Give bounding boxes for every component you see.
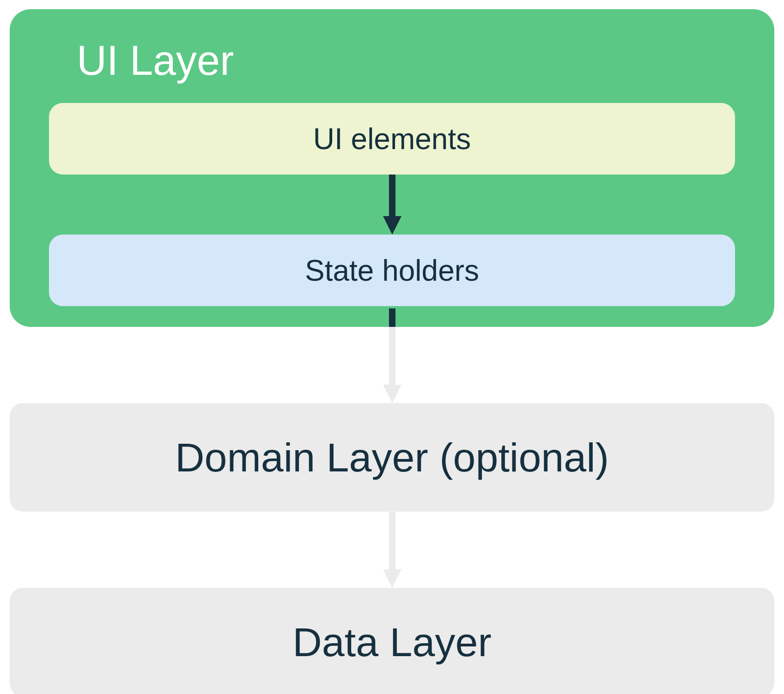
arrow-down-icon	[381, 512, 404, 588]
domain-layer-box: Domain Layer (optional)	[10, 403, 774, 512]
arrow-ui-to-domain	[9, 327, 775, 403]
arrow-domain-to-data	[9, 512, 775, 588]
ui-layer-title: UI Layer	[77, 37, 735, 84]
data-layer-box: Data Layer	[10, 588, 774, 694]
ui-elements-label: UI elements	[313, 122, 471, 156]
arrow-down-icon	[381, 175, 404, 235]
svg-marker-1	[383, 216, 401, 235]
svg-marker-6	[383, 569, 401, 588]
svg-marker-4	[383, 385, 401, 403]
state-holders-label: State holders	[305, 253, 479, 288]
architecture-diagram: UI Layer UI elements State holders Domai…	[9, 9, 775, 694]
state-holders-box: State holders	[49, 235, 735, 306]
data-layer-label: Data Layer	[292, 619, 491, 666]
domain-layer-label: Domain Layer (optional)	[175, 434, 609, 481]
arrow-ui-to-state	[49, 175, 735, 235]
ui-layer-container: UI Layer UI elements State holders	[10, 9, 774, 327]
ui-elements-box: UI elements	[49, 103, 735, 175]
arrow-down-icon	[381, 308, 404, 403]
